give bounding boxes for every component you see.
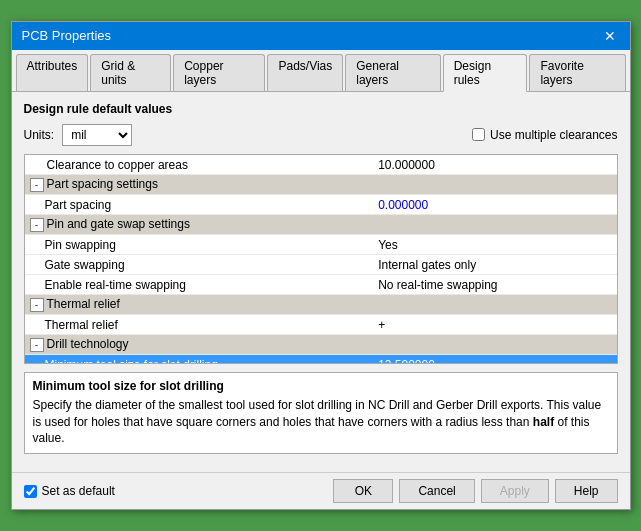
tab-design-rules[interactable]: Design rules	[443, 54, 528, 92]
table-row[interactable]: Clearance to copper areas 10.000000	[25, 155, 617, 175]
tab-attributes[interactable]: Attributes	[16, 54, 89, 91]
tab-copper-layers[interactable]: Copper layers	[173, 54, 265, 91]
table-row[interactable]: Enable real-time swapping No real-time s…	[25, 275, 617, 295]
expand-icon[interactable]: -	[30, 338, 44, 352]
table-row[interactable]: -Drill technology	[25, 335, 617, 355]
row-value: +	[373, 315, 600, 335]
rules-table: Clearance to copper areas 10.000000 -Par…	[25, 155, 617, 364]
row-label: Minimum tool size for slot drilling	[25, 355, 374, 364]
expand-icon[interactable]: -	[30, 218, 44, 232]
row-label: Clearance to copper areas	[25, 155, 374, 175]
row-value: 13.500000	[373, 355, 600, 364]
multiple-clearances-label: Use multiple clearances	[490, 128, 617, 142]
row-value: No real-time swapping	[373, 275, 600, 295]
section-title: Design rule default values	[24, 102, 618, 116]
table-row[interactable]: -Part spacing settings	[25, 175, 617, 195]
ok-button[interactable]: OK	[333, 479, 393, 503]
expand-icon[interactable]: -	[30, 178, 44, 192]
row-value: Yes	[373, 235, 600, 255]
expand-icon[interactable]: -	[30, 298, 44, 312]
units-label: Units:	[24, 128, 55, 142]
title-bar: PCB Properties ✕	[12, 22, 630, 50]
row-value: 10.000000	[373, 155, 600, 175]
row-label: Part spacing	[25, 195, 374, 215]
help-button[interactable]: Help	[555, 479, 618, 503]
row-label: -Pin and gate swap settings	[25, 215, 374, 235]
desc-text: Specify the diameter of the smallest too…	[33, 397, 609, 447]
pcb-properties-dialog: PCB Properties ✕ Attributes Grid & units…	[11, 21, 631, 510]
row-value	[373, 335, 600, 355]
bottom-bar: Set as default OK Cancel Apply Help	[12, 472, 630, 509]
set-default-checkbox[interactable]	[24, 485, 37, 498]
design-rules-table[interactable]: Clearance to copper areas 10.000000 -Par…	[24, 154, 618, 364]
table-row[interactable]: Part spacing 0.000000	[25, 195, 617, 215]
table-row[interactable]: Pin swapping Yes	[25, 235, 617, 255]
table-row[interactable]: -Pin and gate swap settings	[25, 215, 617, 235]
desc-text-part1: Specify the diameter of the smallest too…	[33, 398, 602, 429]
close-button[interactable]: ✕	[600, 28, 620, 44]
tab-pads-vias[interactable]: Pads/Vias	[267, 54, 343, 91]
row-value	[373, 295, 600, 315]
row-label: Enable real-time swapping	[25, 275, 374, 295]
row-label: -Drill technology	[25, 335, 374, 355]
button-group: OK Cancel Apply Help	[333, 479, 617, 503]
row-label: Pin swapping	[25, 235, 374, 255]
set-default-label: Set as default	[42, 484, 115, 498]
apply-button[interactable]: Apply	[481, 479, 549, 503]
table-row[interactable]: Thermal relief +	[25, 315, 617, 335]
table-row[interactable]: -Thermal relief	[25, 295, 617, 315]
row-label: Thermal relief	[25, 315, 374, 335]
table-row[interactable]: Gate swapping Internal gates only	[25, 255, 617, 275]
cancel-button[interactable]: Cancel	[399, 479, 474, 503]
row-value: 0.000000	[373, 195, 600, 215]
units-select[interactable]: mil mm inch	[62, 124, 132, 146]
desc-title: Minimum tool size for slot drilling	[33, 379, 609, 393]
description-box: Minimum tool size for slot drilling Spec…	[24, 372, 618, 454]
dialog-title: PCB Properties	[22, 28, 112, 43]
row-value	[373, 175, 600, 195]
row-value	[373, 215, 600, 235]
row-label: -Thermal relief	[25, 295, 374, 315]
desc-bold: half	[533, 415, 554, 429]
row-value: Internal gates only	[373, 255, 600, 275]
tab-general-layers[interactable]: General layers	[345, 54, 440, 91]
units-row: Units: mil mm inch Use multiple clearanc…	[24, 124, 618, 146]
tab-grid-units[interactable]: Grid & units	[90, 54, 171, 91]
row-label: Gate swapping	[25, 255, 374, 275]
tab-favorite-layers[interactable]: Favorite layers	[529, 54, 625, 91]
row-label: -Part spacing settings	[25, 175, 374, 195]
multiple-clearances-checkbox[interactable]	[472, 128, 485, 141]
multiple-clearances-row: Use multiple clearances	[472, 128, 617, 142]
table-row[interactable]: Minimum tool size for slot drilling 13.5…	[25, 355, 617, 364]
set-default-row: Set as default	[24, 484, 115, 498]
main-content: Design rule default values Units: mil mm…	[12, 92, 630, 472]
tab-bar: Attributes Grid & units Copper layers Pa…	[12, 50, 630, 92]
